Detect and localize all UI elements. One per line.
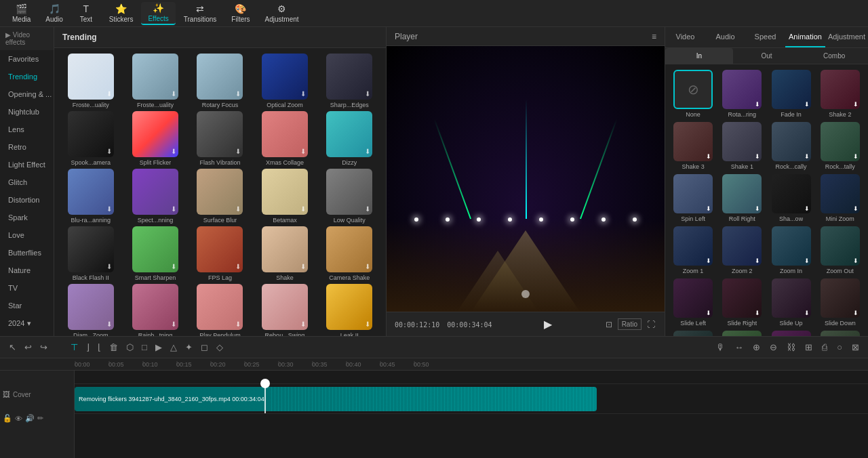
effect-item-diam[interactable]: ⬇ Diam...Zoom: [60, 284, 121, 336]
sidebar-item-spark[interactable]: Spark: [0, 209, 54, 226]
split-tool[interactable]: ⊤: [67, 340, 81, 354]
sidebar-item-favorites[interactable]: Favorites: [0, 50, 54, 68]
effect-item-betamax[interactable]: ⬇ Betamax: [254, 169, 315, 224]
effect-tool[interactable]: ✦: [182, 340, 196, 354]
lock-icon[interactable]: 🔓: [3, 414, 12, 423]
select-tool[interactable]: ↖: [5, 340, 20, 354]
sidebar-item-year2024[interactable]: 2024 ▾: [0, 314, 54, 333]
effect-item-pendulum[interactable]: ⬇ Play Pendulum: [189, 284, 251, 336]
anim-item-rock1[interactable]: ⬇ Rock...cally: [769, 122, 814, 170]
effect-item-camshake[interactable]: ⬇ Camera Shake: [319, 226, 380, 281]
toolbar-btn-media[interactable]: 🎬Media: [5, 2, 37, 25]
link-tool[interactable]: ⛓: [783, 340, 799, 354]
anim-item-zoom2[interactable]: ⬇ Zoom 2: [719, 226, 764, 274]
anim-item-minizoom[interactable]: ⬇ Mini Zoom: [818, 174, 863, 222]
anim-item-rock2[interactable]: ⬇ Rock...tally: [818, 122, 863, 170]
effect-item-frost1[interactable]: ⬇ Froste...uality: [60, 54, 121, 108]
toolbar-btn-effects[interactable]: ✨Effects: [141, 2, 175, 25]
effect-item-leak[interactable]: ⬇ Leak II: [319, 284, 380, 336]
toolbar-btn-text[interactable]: TText: [71, 2, 101, 25]
anim-item-swing[interactable]: ⬇ Swing: [671, 331, 715, 336]
toolbar-btn-stickers[interactable]: ⭐Stickers: [102, 2, 140, 25]
toolbar-btn-audio[interactable]: 🎵Audio: [39, 2, 70, 25]
sidebar-item-retro[interactable]: Retro: [0, 138, 54, 156]
tab-video[interactable]: Video: [665, 27, 705, 47]
effect-item-frost2[interactable]: ⬇ Froste...uality: [124, 54, 186, 108]
toolbar-btn-adjustment[interactable]: ⚙Adjustment: [258, 2, 306, 25]
undo-tool[interactable]: ↩: [21, 340, 35, 354]
tab-speed[interactable]: Speed: [745, 27, 785, 47]
anim-item-rotating[interactable]: ⬇ Rota...ring: [719, 70, 764, 118]
audio-mute-icon[interactable]: 🔊: [25, 414, 35, 423]
video-clip[interactable]: Removing flickers 3941287-uhd_3840_2160_…: [75, 387, 597, 411]
sidebar-item-love[interactable]: Love: [0, 226, 54, 244]
effect-item-fpslag[interactable]: ⬇ FPS Lag: [189, 226, 251, 281]
effect-item-surface[interactable]: ⬇ Surface Blur: [189, 169, 251, 224]
sidebar-item-star[interactable]: Star: [0, 297, 54, 314]
effect-item-xmas[interactable]: ⬇ Xmas Collage: [254, 111, 315, 166]
sidebar-item-light_effect[interactable]: Light Effect: [0, 156, 54, 173]
sidebar-item-nightclub[interactable]: Nightclub: [0, 103, 54, 121]
fullscreen-icon[interactable]: ⛶: [646, 318, 656, 331]
effect-item-edges[interactable]: ⬇ Sharp...Edges: [319, 54, 380, 108]
anim-sub-tab-combo[interactable]: Combo: [800, 48, 868, 64]
sidebar-item-lens[interactable]: Lens: [0, 121, 54, 138]
anim-sub-tab-out[interactable]: Out: [733, 48, 801, 64]
zoom-out-tool[interactable]: ⊖: [766, 340, 781, 354]
effect-item-blackf2[interactable]: ⬇ Black Flash II: [60, 226, 121, 281]
audio-tool[interactable]: ○: [833, 340, 846, 354]
effect-item-lowq[interactable]: ⬇ Low Quality: [319, 169, 380, 224]
player-menu-icon[interactable]: ≡: [652, 32, 656, 41]
sidebar-item-tv[interactable]: TV: [0, 279, 54, 297]
anim-item-flip[interactable]: ⬇ Flip: [818, 331, 863, 336]
snapshot-tool[interactable]: ⎙: [818, 340, 831, 354]
color-tool[interactable]: △: [167, 340, 180, 354]
zoom-fit-tool[interactable]: ↔: [731, 340, 747, 354]
ratio-button[interactable]: Ratio: [618, 318, 642, 330]
effect-item-rain[interactable]: ⬇ Rainb...tning: [124, 284, 186, 336]
redo-tool[interactable]: ↪: [37, 340, 51, 354]
anim-item-slideup[interactable]: ⬇ Slide Up: [769, 278, 814, 327]
trim-left-tool[interactable]: ⌋: [83, 340, 93, 354]
toolbar-btn-transitions[interactable]: ⇄Transitions: [177, 2, 224, 25]
anim-item-none[interactable]: ⊘ None: [671, 70, 715, 118]
eye-icon[interactable]: 👁: [15, 415, 22, 423]
playhead-handle[interactable]: [260, 379, 270, 388]
effect-item-spook[interactable]: ⬇ Spook...amera: [60, 111, 121, 166]
anim-sub-tab-in[interactable]: In: [665, 48, 733, 64]
play-button[interactable]: ▶: [544, 318, 552, 330]
grid-tool[interactable]: ⊞: [802, 340, 816, 354]
anim-item-shadow[interactable]: ⬇ Sha...ow: [769, 174, 814, 222]
effect-item-shake[interactable]: ⬇ Shake: [254, 226, 315, 281]
toolbar-btn-filters[interactable]: 🎨Filters: [224, 2, 256, 25]
anim-item-rollr[interactable]: ⬇ Roll Right: [719, 174, 764, 222]
effect-item-spectrum[interactable]: ⬇ Spect...nning: [124, 169, 186, 224]
anim-item-zoomout[interactable]: ⬇ Zoom Out: [818, 226, 863, 274]
effect-item-split[interactable]: ⬇ Split Flicker: [124, 111, 186, 166]
anim-item-slider[interactable]: ⬇ Slide Right: [719, 278, 764, 327]
anim-item-slidel[interactable]: ⬇ Slide Left: [671, 278, 715, 327]
sidebar-item-opening[interactable]: Opening & ...: [0, 85, 54, 103]
mask-tool[interactable]: ◻: [197, 340, 212, 354]
effect-item-sharpen[interactable]: ⬇ Smart Sharpen: [124, 226, 186, 281]
anim-item-fadein[interactable]: ⬇ Fade In: [769, 70, 814, 118]
anim-item-shake1[interactable]: ⬇ Shake 1: [719, 122, 764, 170]
keyframe-tool[interactable]: ◇: [213, 340, 226, 354]
player-view[interactable]: [387, 46, 665, 312]
delete-tool[interactable]: 🗑: [106, 340, 121, 354]
sidebar-item-distortion[interactable]: Distortion: [0, 191, 54, 209]
sidebar-item-nature[interactable]: Nature: [0, 262, 54, 279]
anim-item-rotate2[interactable]: ⬇ Rotate: [769, 331, 814, 336]
tab-adjustment[interactable]: Adjustment: [825, 27, 868, 47]
tab-animation[interactable]: Animation: [785, 27, 825, 47]
fit-icon[interactable]: ⊡: [604, 318, 614, 331]
anim-item-slidedown[interactable]: ⬇ Slide Down: [818, 278, 863, 327]
settings-tool[interactable]: ⊠: [848, 340, 863, 354]
anim-item-spinl[interactable]: ⬇ Spin Left: [671, 174, 715, 222]
sidebar-item-butterflies[interactable]: Butterflies: [0, 244, 54, 262]
anim-item-zoom1[interactable]: ⬇ Zoom 1: [671, 226, 715, 274]
edit-clip-icon[interactable]: ✏: [37, 414, 43, 423]
effect-item-flashvib[interactable]: ⬇ Flash Vibration: [189, 111, 251, 166]
effect-item-dizzy[interactable]: ⬇ Dizzy: [319, 111, 380, 166]
anim-item-zoomin[interactable]: ⬇ Zoom In: [769, 226, 814, 274]
